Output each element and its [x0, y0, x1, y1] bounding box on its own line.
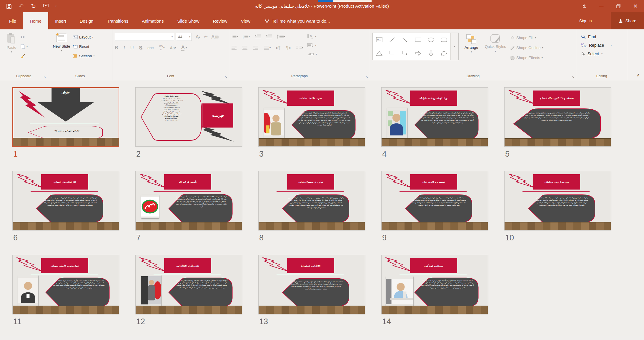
down-arrow-shape-icon[interactable] — [427, 50, 435, 57]
slide-9-thumbnail[interactable]: توسعه برند کاله در ایرانبرند کاله در مدت… — [381, 171, 488, 230]
section-button[interactable]: Section▾ — [73, 53, 94, 59]
reset-button[interactable]: Reset — [73, 43, 94, 50]
quick-styles-button[interactable]: Quick Styles ▾ — [484, 32, 507, 71]
slide-2-thumbnail[interactable]: ✓ معرفی غلامعلی سلیمانی✓ دوران کودکی و پ… — [135, 87, 242, 147]
tab-slide-show[interactable]: Slide Show — [170, 12, 206, 29]
underline-button[interactable]: U — [130, 45, 134, 51]
paragraph-dialog-launcher-icon[interactable]: ↘ — [366, 75, 368, 78]
shape-outline-button[interactable]: Shape Outline▾ — [510, 44, 543, 51]
freeform-shape-icon[interactable] — [440, 50, 447, 57]
save-icon[interactable] — [6, 3, 12, 9]
slide-1-thumbnail[interactable]: عنوانغلامعلی سلیمانی موسس کاله — [12, 87, 119, 147]
copy-dropdown-icon[interactable]: ▾ — [26, 45, 28, 48]
layout-button[interactable]: Layout▾ — [73, 34, 94, 40]
paste-button[interactable]: Paste ▾ — [2, 32, 21, 71]
font-size-combobox[interactable]: 44 ▾ — [176, 33, 192, 41]
share-button[interactable]: Share — [611, 12, 644, 29]
align-center-button[interactable] — [242, 46, 248, 50]
tell-me-box[interactable]: Tell me what you want to do... — [265, 12, 330, 29]
decrease-indent-button[interactable] — [254, 34, 261, 38]
redo-icon[interactable]: ↻ — [31, 3, 36, 9]
customize-qat-dropdown-icon[interactable]: ▾ — [55, 5, 57, 8]
find-button[interactable]: Find — [581, 33, 625, 41]
text-direction-button[interactable]: A▾ — [307, 33, 317, 40]
right-to-left-button[interactable]: ¶◂ — [286, 45, 291, 50]
drawing-dialog-launcher-icon[interactable]: ↘ — [572, 75, 574, 78]
arrow-line-shape-icon[interactable] — [402, 36, 409, 43]
slide-4-thumbnail[interactable]: دوران کودکی و پیشینه خانوادگیغلامعلی سلی… — [381, 87, 488, 147]
bullets-button[interactable]: ▾ — [232, 34, 238, 38]
character-spacing-button[interactable]: AV↔▾ — [159, 45, 164, 51]
slide-7-thumbnail[interactable]: تأسیس شرکت کالهشرکت کاله در دهه ۱۳۷۰ با … — [135, 171, 242, 230]
paste-dropdown-icon[interactable]: ▾ — [11, 51, 12, 53]
strikethrough-button[interactable]: abc — [147, 46, 154, 50]
start-slideshow-icon[interactable] — [43, 3, 49, 9]
slide-sorter[interactable]: عنوانغلامعلی سلیمانی موسس کاله1✓ معرفی غ… — [0, 80, 644, 336]
textbox-shape-icon[interactable]: A — [376, 36, 383, 43]
align-text-button[interactable]: ▾ — [307, 42, 317, 48]
new-slide-button[interactable]: New Slide ▾ — [50, 32, 73, 71]
tab-design[interactable]: Design — [73, 12, 100, 29]
right-arrow-shape-icon[interactable] — [415, 50, 422, 57]
text-shadow-button[interactable]: S — [139, 45, 142, 51]
clear-formatting-button[interactable]: A◺ — [211, 34, 219, 40]
format-painter-button[interactable] — [21, 53, 28, 59]
clipboard-dialog-launcher-icon[interactable]: ↘ — [44, 75, 46, 78]
line-shape-icon[interactable] — [389, 36, 396, 43]
numbering-button[interactable]: 123▾ — [243, 34, 250, 38]
slide-6-thumbnail[interactable]: آغاز فعالیت‌های اقتصادیشروع فعالیت اقتصا… — [12, 171, 119, 230]
sign-in-link[interactable]: Sign in — [579, 19, 592, 23]
slide-14-thumbnail[interactable]: جمع‌بندی و نتیجه‌گیریغلامعلی سلیمانی نمو… — [381, 255, 488, 314]
replace-button[interactable]: ab↳ac Replace ▾ — [581, 41, 625, 49]
slide-11-thumbnail[interactable]: سبک مدیریت غلامعلی سلیمانیسبک مدیریتی سل… — [12, 255, 119, 314]
close-icon[interactable]: ✕ — [627, 0, 644, 12]
tab-review[interactable]: Review — [206, 12, 234, 29]
ribbon-display-options-icon[interactable] — [576, 0, 593, 12]
select-dropdown-icon[interactable]: ▾ — [601, 53, 603, 55]
arrange-dropdown-icon[interactable]: ▾ — [471, 51, 472, 53]
slide-3-thumbnail[interactable]: معرفی غلامعلی سلیمانیغلامعلی سلیمانی یکی… — [258, 87, 365, 147]
select-button[interactable]: Select ▾ — [581, 50, 625, 58]
triangle-shape-icon[interactable] — [376, 50, 383, 57]
quick-styles-dropdown-icon[interactable]: ▾ — [495, 50, 496, 53]
font-name-dropdown-icon[interactable]: ▾ — [170, 36, 174, 38]
new-slide-dropdown-icon[interactable]: ▾ — [61, 49, 62, 52]
elbow-connector-shape-icon[interactable] — [389, 50, 396, 57]
change-case-button[interactable]: Aa▾ — [170, 46, 176, 50]
restore-icon[interactable] — [610, 0, 627, 12]
bold-button[interactable]: B — [115, 45, 118, 51]
shape-fill-button[interactable]: Shape Fill▾ — [510, 34, 543, 41]
tab-file[interactable]: File — [2, 12, 23, 29]
tab-view[interactable]: View — [234, 12, 257, 29]
oval-shape-icon[interactable] — [427, 36, 435, 43]
font-size-dropdown-icon[interactable]: ▾ — [188, 36, 192, 38]
tab-home[interactable]: Home — [23, 12, 48, 29]
slide-12-thumbnail[interactable]: نقش کاله در اشتغال‌زاییگروه صنایع غذایی … — [135, 255, 242, 314]
convert-to-smartart-button[interactable]: ▾ — [307, 51, 317, 57]
undo-icon[interactable]: ↶ — [18, 3, 24, 9]
copy-button[interactable]: ▾ — [21, 43, 28, 50]
replace-dropdown-icon[interactable]: ▾ — [610, 44, 612, 47]
rounded-rectangle-shape-icon[interactable] — [440, 36, 447, 43]
shapes-gallery-more-button[interactable]: ▾ — [450, 33, 458, 60]
increase-indent-button[interactable] — [266, 34, 272, 38]
columns-button[interactable]: ▾ — [296, 46, 303, 50]
decrease-font-size-button[interactable]: A▾ — [204, 35, 208, 39]
font-name-combobox[interactable]: ▾ — [115, 33, 174, 41]
font-color-button[interactable]: A▾ — [181, 45, 187, 51]
rectangle-shape-icon[interactable] — [415, 36, 422, 43]
slide-10-thumbnail[interactable]: ورود به بازارهای بین‌المللییکی از دستاور… — [504, 171, 611, 230]
tab-insert[interactable]: Insert — [48, 12, 73, 29]
slide-8-thumbnail[interactable]: نوآوری در محصولات غذایییکی از مهم‌ترین د… — [258, 171, 365, 230]
minimize-icon[interactable]: — — [593, 0, 610, 12]
cut-button[interactable]: ✂ — [21, 34, 28, 40]
collapse-ribbon-icon[interactable]: ∧ — [637, 72, 640, 78]
font-dialog-launcher-icon[interactable]: ↘ — [225, 75, 227, 78]
left-to-right-button[interactable]: ▸¶ — [276, 45, 281, 50]
arrange-button[interactable]: Arrange ▾ — [462, 32, 481, 71]
tab-animations[interactable]: Animations — [135, 12, 170, 29]
align-left-button[interactable] — [232, 46, 237, 50]
italic-button[interactable]: I — [124, 45, 125, 51]
align-right-button[interactable] — [253, 46, 259, 50]
slide-5-thumbnail[interactable]: تحصیلات و شکل‌گیری دیدگاه اقتصادیسلیمانی… — [504, 87, 611, 147]
